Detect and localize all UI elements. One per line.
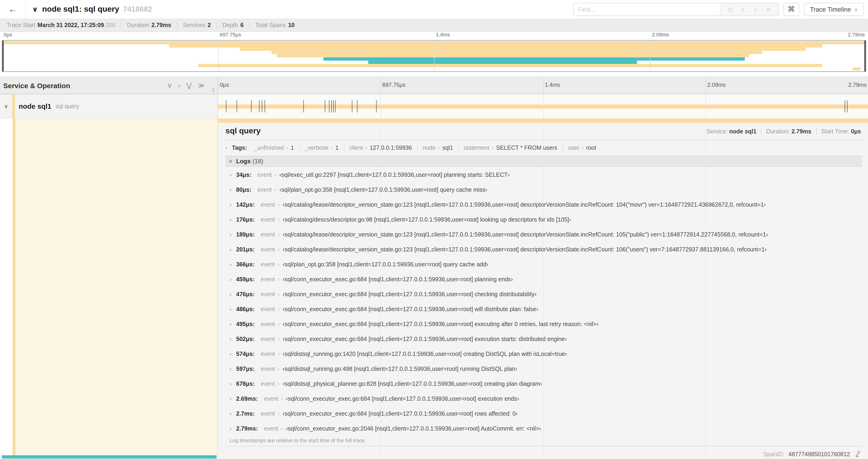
- minimap-span-bar: [277, 54, 749, 57]
- minimap-tick-labels: 0μs697.75μs1.4ms2.09ms2.79ms: [2, 32, 866, 40]
- log-field-value: ‹sql/conn_executor_exec.go:684 [nsql1,cl…: [283, 321, 598, 327]
- logs-footnote: Log timestamps are relative to the start…: [225, 436, 862, 446]
- log-field-value: ‹sql/catalog/lease/descriptor_version_st…: [283, 201, 766, 208]
- log-equals: =: [277, 217, 280, 223]
- minimap-right-handle[interactable]: [864, 41, 866, 71]
- log-timestamp: 34μs:: [236, 172, 251, 178]
- column-resizer[interactable]: ∥: [212, 87, 215, 94]
- tick-label: 1.4ms: [434, 32, 450, 37]
- log-row[interactable]: ›189μs:event=‹sql/catalog/lease/descript…: [225, 227, 862, 242]
- log-row[interactable]: ›597μs:event=‹sql/distsql_running.go:498…: [225, 362, 862, 376]
- minimap-left-handle[interactable]: [2, 41, 4, 71]
- log-field-key: event: [257, 187, 272, 193]
- timeline-header-row: Service & Operation ∨›⋁≫ ∥ 0μs697.75μs1.…: [0, 76, 868, 94]
- log-row[interactable]: ›2.69ms:event=‹sql/conn_executor_exec.go…: [225, 391, 862, 406]
- log-row[interactable]: ›459μs:event=‹sql/conn_executor_exec.go:…: [225, 272, 862, 287]
- log-row[interactable]: ›142μs:event=‹sql/catalog/lease/descript…: [225, 197, 862, 212]
- keyboard-shortcuts-button[interactable]: ⌘: [783, 3, 799, 16]
- collapse-trace-chevron-icon[interactable]: ∨: [32, 5, 38, 13]
- expand-one-icon[interactable]: ›: [178, 81, 180, 89]
- log-row[interactable]: ›2.7ms:event=‹sql/conn_executor_exec.go:…: [225, 406, 862, 421]
- detail-meta-item: Service: node sql1: [702, 128, 762, 135]
- log-equals: =: [274, 187, 277, 193]
- minimap-span-bar: [853, 67, 861, 70]
- span-id-label: SpanID:: [764, 451, 784, 458]
- clear-search-icon[interactable]: ✕: [762, 6, 774, 13]
- tick-label: 2.79ms: [848, 32, 865, 37]
- log-equals: =: [280, 396, 283, 402]
- collapse-all-icon[interactable]: ⋁: [186, 81, 192, 89]
- log-timestamp: 2.79ms:: [236, 425, 258, 432]
- log-row[interactable]: ›2.79ms:event=‹sql/conn_executor_exec.go…: [225, 421, 862, 436]
- minimap-span-bar: [368, 61, 637, 64]
- log-timestamp: 502μs:: [236, 336, 254, 342]
- span-name-cell[interactable]: ∨ node sql1 sql query: [0, 94, 218, 119]
- chevron-right-icon: ›: [229, 246, 236, 253]
- log-marker: [265, 100, 265, 112]
- log-row[interactable]: ›678μs:event=‹sql/distsql_physical_plann…: [225, 376, 862, 391]
- log-marker: [329, 100, 329, 112]
- gridline: [380, 77, 381, 94]
- tag-item: statement=SELECT * FROM users: [459, 144, 563, 151]
- minimap-span-bar: [323, 57, 745, 61]
- back-button[interactable]: ←: [0, 0, 26, 19]
- log-field-value: ‹sql/exec_util.go:2297 [nsql1,client=127…: [279, 172, 509, 178]
- log-row[interactable]: ›574μs:event=‹sql/distsql_running.go:142…: [225, 347, 862, 362]
- log-field-value: ‹sql/distsql_running.go:498 [nsql1,clien…: [283, 366, 517, 372]
- log-row[interactable]: ›495μs:event=‹sql/conn_executor_exec.go:…: [225, 317, 862, 332]
- tags-row[interactable]: › Tags: _unfinished=1_verbose=1client=12…: [225, 144, 862, 151]
- chevron-down-icon[interactable]: ∨: [0, 103, 12, 109]
- log-marker: [335, 100, 335, 112]
- deep-link-icon[interactable]: [855, 451, 861, 459]
- log-field-key: event: [260, 366, 275, 372]
- log-field-key: event: [260, 336, 275, 342]
- log-field-value: ‹sql/catalog/descs/descriptor.go:98 [nsq…: [283, 217, 571, 223]
- log-field-key: event: [257, 172, 272, 178]
- expand-all-icon[interactable]: ≫: [198, 81, 205, 89]
- log-row[interactable]: ›486μs:event=‹sql/conn_executor_exec.go:…: [225, 302, 862, 317]
- find-input[interactable]: [573, 3, 720, 15]
- page-title: node sql1: sql query: [42, 5, 119, 14]
- log-field-key: event: [260, 306, 275, 313]
- meta-item: Services2: [177, 22, 217, 28]
- log-row[interactable]: ›366μs:event=‹sql/plan_opt.go:358 [nsql1…: [225, 257, 862, 272]
- header-controls: ◎ ∧ ∨ ✕ ⌘ Trace Timeline ∨: [573, 3, 868, 16]
- log-equals: =: [277, 276, 280, 282]
- log-row[interactable]: ›502μs:event=‹sql/conn_executor_exec.go:…: [225, 332, 862, 347]
- log-field-value: ‹sql/catalog/lease/descriptor_version_st…: [283, 231, 768, 238]
- log-field-key: event: [260, 381, 275, 387]
- chevron-down-icon: ∨: [854, 7, 858, 12]
- log-row[interactable]: ›201μs:event=‹sql/catalog/lease/descript…: [225, 242, 862, 257]
- prev-match-icon[interactable]: ∧: [737, 6, 749, 13]
- view-dropdown-button[interactable]: Trace Timeline ∨: [804, 3, 864, 16]
- log-field-value: ‹sql/distsql_physical_planner.go:828 [ns…: [283, 381, 542, 387]
- span-bar-cell[interactable]: [218, 94, 868, 119]
- log-row[interactable]: ›34μs:event=‹sql/exec_util.go:2297 [nsql…: [225, 167, 862, 183]
- logs-header-bar[interactable]: ∨ Logs (18): [225, 156, 862, 167]
- log-marker: [376, 100, 376, 112]
- log-timestamp: 2.69ms:: [236, 396, 258, 402]
- log-field-key: event: [260, 201, 275, 208]
- trace-minimap[interactable]: [2, 40, 866, 72]
- next-match-icon[interactable]: ∨: [749, 6, 762, 13]
- log-field-value: ‹sql/plan_opt.go:358 [nsql1,client=127.0…: [279, 187, 487, 193]
- back-arrow-icon: ←: [8, 4, 17, 14]
- log-field-key: event: [260, 321, 275, 327]
- log-row[interactable]: ›80μs:event=‹sql/plan_opt.go:358 [nsql1,…: [225, 183, 862, 197]
- log-marker: [325, 100, 325, 112]
- service-operation-header: Service & Operation: [3, 81, 70, 89]
- chevron-right-icon: ›: [229, 231, 236, 238]
- locate-icon[interactable]: ◎: [724, 6, 737, 13]
- log-field-key: event: [260, 411, 275, 417]
- find-buttons: ◎ ∧ ∨ ✕: [720, 3, 778, 15]
- span-detail-panel: sql query Service: node sql1Duration: 2.…: [218, 123, 868, 459]
- log-equals: =: [277, 366, 280, 372]
- service-name: node sql1: [19, 102, 51, 110]
- log-row[interactable]: ›176μs:event=‹sql/catalog/descs/descript…: [225, 212, 862, 227]
- log-row[interactable]: ›476μs:event=‹sql/conn_executor_exec.go:…: [225, 287, 862, 302]
- log-timestamp: 459μs:: [236, 276, 254, 283]
- log-field-key: event: [260, 276, 275, 283]
- log-equals: =: [277, 262, 280, 267]
- log-field-key: event: [260, 217, 275, 223]
- collapse-one-icon[interactable]: ∨: [167, 81, 172, 89]
